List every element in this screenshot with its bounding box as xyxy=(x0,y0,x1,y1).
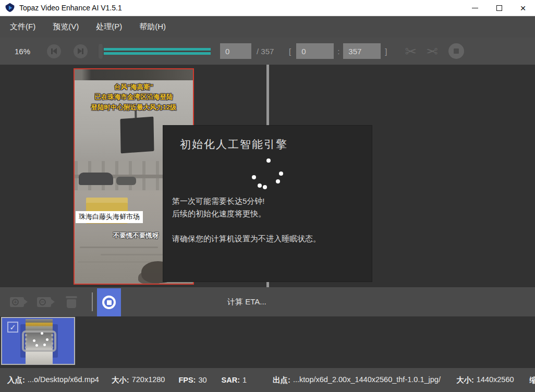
video-caption-overlay: 台风“海高斯” 已在珠海市金湾区沿海登陆 登陆时中心附近最大风力12级 xyxy=(75,82,193,113)
video-checkbox[interactable]: ✓ xyxy=(7,322,18,333)
total-frames-label: / 357 xyxy=(257,47,279,56)
status-fps: FPS: 30 xyxy=(178,376,206,384)
skip-end-icon xyxy=(78,48,83,54)
skip-start-icon xyxy=(51,48,57,54)
trim-out-scissors-icon[interactable]: ✂ xyxy=(426,44,438,58)
close-button[interactable]: × xyxy=(511,0,535,16)
menu-file[interactable]: 文件(F) xyxy=(7,20,38,34)
remove-video-button[interactable]: − xyxy=(37,297,51,307)
range-close-bracket: ] xyxy=(385,47,387,56)
skip-to-end-button[interactable] xyxy=(74,44,88,58)
title-bar: Topaz Video Enhance AI V1.5.1 × xyxy=(0,0,535,16)
video-flooded-car-2 xyxy=(116,177,136,185)
delete-button[interactable] xyxy=(66,296,77,308)
add-video-button[interactable]: + xyxy=(10,297,24,307)
toolbar-divider xyxy=(92,292,93,311)
stop-icon xyxy=(454,48,459,54)
trim-end-input[interactable] xyxy=(343,43,381,59)
skip-to-start-button[interactable] xyxy=(47,44,61,58)
timeline-slider-track[interactable] xyxy=(104,48,211,55)
status-input-size: 大小: 720x1280 xyxy=(112,375,165,385)
video-hanging-sign xyxy=(120,117,154,154)
video-location-label: 珠海白藤头海鲜市场 xyxy=(76,211,143,223)
status-input-path: 入点: ...o/Desktop/x6d.mp4 xyxy=(7,375,99,385)
status-output-size: 大小: 1440x2560 xyxy=(456,375,514,385)
trim-start-input[interactable] xyxy=(296,43,334,59)
stop-playback-button[interactable] xyxy=(448,43,464,59)
processing-toolbar: + − 计算 ETA... xyxy=(0,287,535,316)
caption-line-2: 已在珠海市金湾区沿海登陆 xyxy=(75,92,193,102)
video-sub-caption: 不要慌不要慌呀 xyxy=(113,231,159,240)
video-flooded-car xyxy=(79,173,113,185)
trim-in-scissors-icon[interactable]: ✂ xyxy=(405,44,417,58)
app-logo-icon xyxy=(5,3,15,13)
filmstrip-icon xyxy=(22,330,56,352)
zoom-level-label: 16% xyxy=(15,47,34,56)
caption-line-3: 登陆时中心附近最大风力12级 xyxy=(75,103,193,113)
status-sar: SAR: 1 xyxy=(222,376,247,384)
menu-help[interactable]: 帮助(H) xyxy=(137,20,168,34)
remove-video-icon: − xyxy=(39,299,46,305)
window-title: Topaz Video Enhance AI V1.5.1 xyxy=(19,4,122,12)
timeline-slider[interactable] xyxy=(98,43,211,59)
video-queue-item[interactable]: ✓ xyxy=(1,317,75,365)
range-open-bracket: [ xyxy=(289,47,291,56)
stop-processing-icon xyxy=(102,296,116,309)
status-scale: 缩放: 200% xyxy=(530,375,535,385)
stop-processing-button[interactable] xyxy=(97,288,121,316)
eta-status-label: 计算 ETA... xyxy=(227,297,266,307)
ai-engine-init-dialog: 初始化人工智能引擎 第一次可能需要长达5分钟! 后续的初始化速度将更快。 请确保… xyxy=(163,126,372,281)
minimize-button[interactable] xyxy=(463,0,487,16)
trash-icon xyxy=(66,296,77,298)
video-queue-strip: ✓ xyxy=(0,316,535,368)
maximize-button[interactable] xyxy=(487,0,511,16)
main-preview-area: 台风“海高斯” 已在珠海市金湾区沿海登陆 登陆时中心附近最大风力12级 珠海白藤… xyxy=(0,65,535,287)
video-bridge-silhouette xyxy=(75,69,193,80)
close-icon: × xyxy=(520,3,526,13)
status-output-path: 出点: ...ktop/x6d_2.00x_1440x2560_thf-1.0.… xyxy=(273,375,441,385)
status-bar: 入点: ...o/Desktop/x6d.mp4 大小: 720x1280 FP… xyxy=(0,368,535,392)
minimize-icon xyxy=(472,8,478,8)
playback-toolbar: 16% / 357 [ : ] ✂ ✂ xyxy=(0,38,535,65)
dialog-line-2: 后续的初始化速度将更快。 xyxy=(172,207,321,220)
current-frame-input[interactable] xyxy=(220,43,251,59)
add-video-icon: + xyxy=(12,299,19,305)
dialog-message: 第一次可能需要长达5分钟! 后续的初始化速度将更快。 请确保您的计算机设置为不进… xyxy=(172,195,321,245)
caption-line-1: 台风“海高斯” xyxy=(75,82,193,92)
menu-process[interactable]: 处理(P) xyxy=(93,20,125,34)
menu-preview[interactable]: 预览(V) xyxy=(50,20,81,34)
video-water-streaks xyxy=(80,247,158,248)
dialog-line-3: 请确保您的计算机设置为不进入睡眠状态。 xyxy=(172,232,321,245)
menu-bar: 文件(F) 预览(V) 处理(P) 帮助(H) xyxy=(0,16,535,38)
app-window: Topaz Video Enhance AI V1.5.1 × 文件(F) 预览… xyxy=(0,0,535,392)
maximize-icon xyxy=(496,5,502,11)
timeline-slider-handle[interactable] xyxy=(98,43,103,59)
dialog-line-1: 第一次可能需要长达5分钟! xyxy=(172,195,321,207)
range-separator: : xyxy=(337,47,339,56)
